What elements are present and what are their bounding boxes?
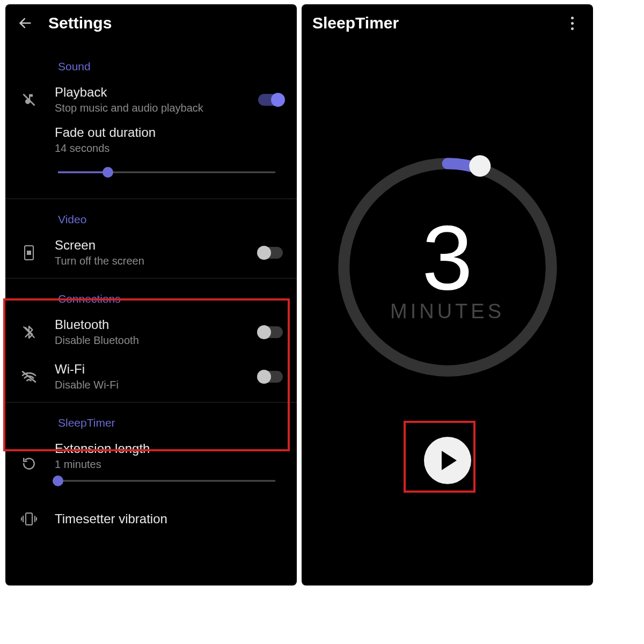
row-title: Extension length [55,441,287,456]
sleeptimer-header: SleepTimer [302,4,593,42]
panel-divider [298,4,300,586]
row-title: Bluetooth [55,317,248,332]
row-title: Fade out duration [55,125,287,140]
wifi-toggle[interactable] [258,371,287,383]
row-fade[interactable]: Fade out duration 14 seconds [5,122,297,162]
wifi-off-icon [13,370,45,383]
settings-header: Settings [5,4,297,42]
music-off-icon [13,92,45,107]
row-playback[interactable]: Playback Stop music and audio playback [5,77,297,122]
fade-slider[interactable] [58,165,275,179]
refresh-icon [13,457,45,471]
timer-unit: MINUTES [390,300,504,323]
row-extension[interactable]: Extension length 1 minutes [5,434,297,473]
row-title: Timesetter vibration [55,511,287,526]
svg-rect-3 [27,251,31,254]
sleeptimer-panel: SleepTimer 3 MINUTES [302,4,593,586]
svg-rect-6 [26,513,32,525]
row-sub: Turn off the screen [55,255,248,267]
row-sub: Disable Bluetooth [55,334,248,347]
phone-lock-icon [13,245,45,261]
row-sub: Stop music and audio playback [55,102,248,114]
row-bluetooth[interactable]: Bluetooth Disable Bluetooth [5,310,297,354]
row-sub: Disable Wi-Fi [55,379,248,391]
settings-panel: Settings Sound Playback Stop music and a… [5,4,297,586]
divider [5,199,297,199]
playback-toggle[interactable] [258,94,287,106]
section-label-sleeptimer: SleepTimer [5,405,297,434]
row-title: Playback [55,85,248,100]
timer-value: 3 [422,212,473,303]
row-wifi[interactable]: Wi-Fi Disable Wi-Fi [5,354,297,399]
extension-slider[interactable] [58,474,275,488]
page-margin [0,587,644,644]
vibration-icon [13,512,45,526]
section-label-video: Video [5,201,297,230]
dial-center: 3 MINUTES [335,155,560,380]
more-icon[interactable] [563,14,581,32]
section-label-sound: Sound [5,42,297,77]
play-icon [442,451,457,470]
timer-dial-area: 3 MINUTES [302,155,593,380]
divider [5,402,297,402]
timer-dial[interactable]: 3 MINUTES [335,155,560,380]
row-title: Wi-Fi [55,362,248,377]
row-vibration[interactable]: Timesetter vibration [5,504,297,526]
bluetooth-toggle[interactable] [258,326,287,338]
settings-title: Settings [48,14,112,32]
row-screen[interactable]: Screen Turn off the screen [5,230,297,275]
row-title: Screen [55,238,248,253]
row-sub: 14 seconds [55,142,287,155]
sleeptimer-title: SleepTimer [312,14,399,32]
section-label-connections: Connections [5,281,297,310]
bluetooth-off-icon [13,324,45,340]
screen-toggle[interactable] [258,247,287,259]
divider [5,278,297,279]
play-button[interactable] [424,437,471,484]
row-sub: 1 minutes [55,458,287,471]
back-icon[interactable] [16,14,34,32]
